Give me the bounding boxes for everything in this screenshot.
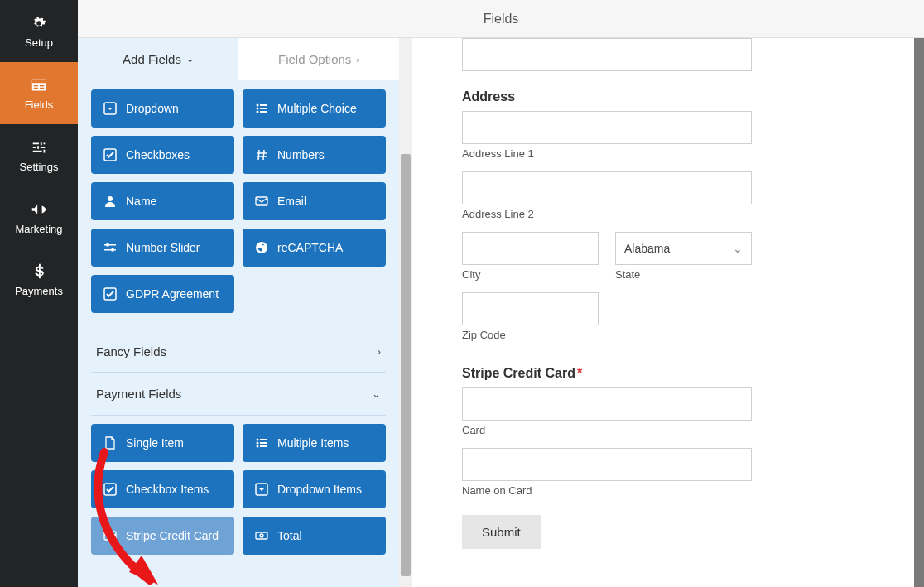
field-stripe-credit-card[interactable]: Stripe Credit Card <box>91 517 234 555</box>
address-line1-sublabel: Address Line 1 <box>462 147 889 160</box>
check-square-icon <box>103 482 118 497</box>
panel-tabs: Add Fields ⌄ Field Options › <box>78 38 399 81</box>
field-checkboxes[interactable]: Checkboxes <box>91 136 234 174</box>
chevron-right-icon: › <box>356 55 359 65</box>
preview-address-block: Address Address Line 1 Address Line 2 Ci… <box>462 89 889 341</box>
svg-point-11 <box>257 111 259 113</box>
sidebar: Setup Fields Settings Marketing Payments <box>0 0 78 587</box>
field-numbers[interactable]: Numbers <box>243 136 386 174</box>
payment-fields-grid: Single Item Multiple Items Checkbox Item… <box>91 416 386 555</box>
svg-rect-1 <box>32 80 46 84</box>
sidebar-label: Setup <box>25 36 53 49</box>
stripe-name-input[interactable] <box>462 448 752 481</box>
city-input[interactable] <box>462 232 599 265</box>
chevron-down-icon: ⌄ <box>733 242 743 255</box>
sliders-icon <box>29 137 49 157</box>
sidebar-label: Marketing <box>15 223 62 235</box>
sidebar-item-marketing[interactable]: Marketing <box>0 186 78 248</box>
svg-rect-8 <box>260 104 267 106</box>
submit-button[interactable]: Submit <box>462 515 541 549</box>
sidebar-item-settings[interactable]: Settings <box>0 124 78 186</box>
money-icon <box>254 528 269 543</box>
svg-rect-10 <box>260 108 267 109</box>
chevron-down-icon: ⌄ <box>372 387 381 400</box>
sidebar-item-payments[interactable]: Payments <box>0 248 78 310</box>
check-square-icon <box>103 286 118 301</box>
tab-add-fields[interactable]: Add Fields ⌄ <box>78 38 238 80</box>
user-icon <box>103 194 118 209</box>
svg-point-19 <box>111 248 114 252</box>
list-icon <box>254 101 269 116</box>
field-gdpr[interactable]: GDPR Agreement <box>91 275 234 313</box>
svg-rect-26 <box>260 445 267 447</box>
google-icon <box>254 240 269 255</box>
preview-area: Address Address Line 1 Address Line 2 Ci… <box>412 38 924 587</box>
svg-rect-15 <box>256 197 267 205</box>
list-icon <box>254 435 269 450</box>
scrollbar-track[interactable] <box>399 38 412 587</box>
field-checkbox-items[interactable]: Checkbox Items <box>91 470 234 508</box>
field-name[interactable]: Name <box>91 182 234 220</box>
svg-rect-31 <box>256 532 267 539</box>
sidebar-item-fields[interactable]: Fields <box>0 62 78 124</box>
svg-point-23 <box>257 442 259 445</box>
stripe-name-sublabel: Name on Card <box>462 484 889 497</box>
svg-point-9 <box>257 108 259 110</box>
preview-input-generic[interactable] <box>462 38 752 71</box>
field-email[interactable]: Email <box>243 182 386 220</box>
sliders-h-icon <box>103 240 118 255</box>
section-fancy-fields[interactable]: Fancy Fields › <box>91 330 386 373</box>
svg-rect-24 <box>260 442 267 444</box>
field-multiple-choice[interactable]: Multiple Choice <box>243 89 386 128</box>
svg-point-32 <box>260 534 263 537</box>
state-select[interactable]: Alabama ⌄ <box>615 232 752 265</box>
svg-rect-30 <box>104 534 116 536</box>
field-total[interactable]: Total <box>243 517 386 555</box>
card-icon <box>103 528 118 543</box>
svg-rect-12 <box>260 111 267 113</box>
scrollbar-thumb[interactable] <box>401 154 411 576</box>
svg-rect-4 <box>40 85 44 86</box>
svg-rect-3 <box>34 88 39 89</box>
chevron-down-icon: ⌄ <box>186 54 194 65</box>
field-dropdown-items[interactable]: Dropdown Items <box>243 470 386 508</box>
field-dropdown[interactable]: Dropdown <box>91 89 234 128</box>
address-line2-sublabel: Address Line 2 <box>462 208 889 220</box>
address-label: Address <box>462 89 889 104</box>
sidebar-label: Settings <box>20 161 59 173</box>
file-icon <box>103 435 118 450</box>
field-recaptcha[interactable]: reCAPTCHA <box>243 229 386 267</box>
field-number-slider[interactable]: Number Slider <box>91 229 234 267</box>
section-payment-fields[interactable]: Payment Fields ⌄ <box>91 373 386 416</box>
svg-point-25 <box>257 445 259 448</box>
tab-field-options[interactable]: Field Options › <box>238 38 399 80</box>
standard-fields-grid: Dropdown Multiple Choice Checkboxes Numb… <box>91 81 386 313</box>
page-title: Fields <box>484 12 519 26</box>
field-single-item[interactable]: Single Item <box>91 424 234 462</box>
caret-square-icon <box>254 482 269 497</box>
svg-point-21 <box>257 439 259 441</box>
address-line1-input[interactable] <box>462 111 752 144</box>
page-title-bar: Fields <box>78 0 924 38</box>
sidebar-item-setup[interactable]: Setup <box>0 0 78 62</box>
address-line2-input[interactable] <box>462 171 752 204</box>
svg-rect-5 <box>40 88 44 89</box>
svg-rect-22 <box>260 439 267 440</box>
envelope-icon <box>254 194 269 209</box>
zip-input[interactable] <box>462 292 599 325</box>
left-panel: Add Fields ⌄ Field Options › Dropdown <box>78 38 412 587</box>
stripe-label: Stripe Credit Card* <box>462 366 889 381</box>
bullhorn-icon <box>29 200 49 219</box>
chevron-right-icon: › <box>378 345 381 358</box>
field-multiple-items[interactable]: Multiple Items <box>243 424 386 462</box>
state-sublabel: State <box>615 268 752 281</box>
city-sublabel: City <box>462 268 599 281</box>
sidebar-label: Payments <box>15 285 63 297</box>
svg-rect-2 <box>34 85 39 86</box>
gear-icon <box>29 13 49 33</box>
dollar-icon <box>29 262 49 281</box>
svg-point-14 <box>108 196 113 201</box>
stripe-card-input[interactable] <box>462 387 752 421</box>
stripe-card-sublabel: Card <box>462 424 889 436</box>
svg-point-7 <box>257 104 259 107</box>
